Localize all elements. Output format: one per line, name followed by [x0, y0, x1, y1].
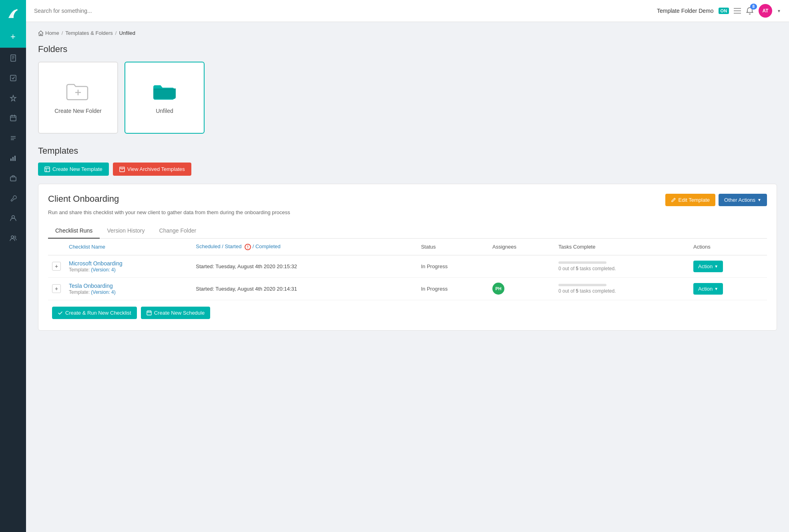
main-wrapper: Template Folder Demo ON 8 AT ▼ Home / Te… — [26, 0, 789, 532]
view-archived-label: View Archived Templates — [127, 166, 185, 172]
table-header-row: Checklist Name Scheduled / Started ! / C… — [48, 239, 767, 255]
sidebar-item-group[interactable] — [0, 228, 26, 248]
table-actions: Create & Run New Checklist Create New Sc… — [48, 300, 767, 321]
row-1-expand: + — [48, 255, 65, 277]
svg-rect-12 — [10, 159, 12, 161]
avatar-chevron[interactable]: ▼ — [777, 9, 781, 13]
folder-card-new-label: Create New Folder — [54, 108, 102, 114]
action-chevron-1: ▼ — [714, 264, 718, 269]
sidebar-item-person[interactable] — [0, 208, 26, 228]
sidebar-logo — [0, 0, 26, 26]
svg-rect-21 — [734, 13, 741, 14]
expand-button-2[interactable]: + — [52, 284, 61, 293]
row-1-tasks-text: 0 out of 5 tasks completed. — [558, 266, 616, 271]
breadcrumb: Home / Templates & Folders / Unfiled — [38, 30, 777, 36]
create-new-template-label: Create New Template — [52, 166, 102, 172]
col-expand — [48, 239, 65, 255]
expand-button-1[interactable]: + — [52, 262, 61, 271]
tab-change-folder[interactable]: Change Folder — [152, 223, 204, 239]
sidebar-item-star[interactable] — [0, 88, 26, 108]
create-new-template-button[interactable]: Create New Template — [38, 163, 109, 176]
action-button-2[interactable]: Action ▼ — [693, 283, 723, 295]
pencil-icon — [671, 197, 676, 203]
sidebar: + — [0, 0, 26, 532]
template-card-header: Client Onboarding Edit Template Other Ac… — [48, 194, 767, 206]
template-card-title-area: Client Onboarding — [48, 194, 119, 204]
sidebar-item-briefcase[interactable] — [0, 168, 26, 188]
col-status: Status — [417, 239, 488, 255]
row-2-version: Template: (Version: 4) — [69, 289, 116, 295]
breadcrumb-sep-1: / — [62, 30, 63, 36]
info-icon: ! — [245, 244, 251, 250]
edit-template-button[interactable]: Edit Template — [665, 194, 716, 206]
content-area: Home / Templates & Folders / Unfiled Fol… — [26, 22, 789, 532]
sidebar-item-wrench[interactable] — [0, 188, 26, 208]
row-2-name-link[interactable]: Tesla Onboarding — [69, 283, 188, 289]
create-schedule-label: Create New Schedule — [154, 310, 205, 316]
row-2-tasks: 0 out of 5 tasks completed. — [554, 277, 689, 300]
col-checklist-name: Checklist Name — [65, 239, 192, 255]
template-header-actions: Edit Template Other Actions ▼ — [665, 194, 767, 206]
calendar-icon-sm — [147, 310, 152, 315]
notification-badge: 8 — [750, 4, 757, 10]
row-2-progress-bar-bg — [558, 284, 606, 286]
row-2-name-cell: Tesla Onboarding Template: (Version: 4) — [65, 277, 192, 300]
topbar: Template Folder Demo ON 8 AT ▼ — [26, 0, 789, 22]
col-tasks: Tasks Complete — [554, 239, 689, 255]
breadcrumb-templates-label: Templates & Folders — [65, 30, 113, 36]
other-actions-button[interactable]: Other Actions ▼ — [719, 194, 767, 206]
breadcrumb-current: Unfiled — [119, 30, 135, 36]
tab-checklist-runs[interactable]: Checklist Runs — [48, 223, 100, 239]
badge-on: ON — [719, 8, 729, 14]
row-1-version-link[interactable]: (Version: 4) — [91, 267, 115, 273]
tab-version-history[interactable]: Version History — [100, 223, 152, 239]
check-icon — [58, 310, 63, 315]
row-1-status: In Progress — [417, 255, 488, 277]
action-label-2: Action — [698, 286, 713, 292]
folder-card-new[interactable]: Create New Folder — [38, 62, 118, 134]
action-label-1: Action — [698, 263, 713, 269]
svg-rect-4 — [10, 75, 16, 81]
svg-point-17 — [11, 236, 14, 238]
breadcrumb-templates[interactable]: Templates & Folders — [65, 30, 113, 36]
template-icon — [44, 167, 50, 172]
action-button-1[interactable]: Action ▼ — [693, 261, 723, 272]
svg-point-18 — [14, 236, 16, 238]
row-1-name-cell: Microsoft Onboarding Template: (Version:… — [65, 255, 192, 277]
row-2-expand: + — [48, 277, 65, 300]
sidebar-item-list[interactable] — [0, 128, 26, 148]
row-2-assignees: PH — [488, 277, 554, 300]
templates-title: Templates — [38, 146, 777, 156]
svg-rect-27 — [120, 168, 124, 172]
table-row: + Microsoft Onboarding Template: (Versio… — [48, 255, 767, 277]
row-1-actions: Action ▼ — [689, 255, 767, 277]
row-1-name-link[interactable]: Microsoft Onboarding — [69, 260, 188, 267]
other-actions-chevron: ▼ — [757, 198, 761, 202]
search-input[interactable] — [34, 8, 657, 14]
folder-card-unfiled[interactable]: Unfiled — [124, 62, 205, 134]
row-2-status: In Progress — [417, 277, 488, 300]
sidebar-item-calendar[interactable] — [0, 108, 26, 128]
user-avatar[interactable]: AT — [759, 4, 772, 18]
row-2-version-link[interactable]: (Version: 4) — [91, 289, 115, 295]
create-run-checklist-button[interactable]: Create & Run New Checklist — [52, 307, 137, 319]
action-chevron-2: ▼ — [714, 287, 718, 291]
sidebar-item-document[interactable] — [0, 48, 26, 68]
svg-rect-15 — [10, 177, 16, 181]
sidebar-item-check[interactable] — [0, 68, 26, 88]
row-1-dates: Started: Tuesday, August 4th 2020 20:15:… — [192, 255, 417, 277]
folders-section: Folders Create New Folder — [38, 44, 777, 134]
row-1-assignees — [488, 255, 554, 277]
breadcrumb-home[interactable]: Home — [38, 30, 59, 36]
create-schedule-button[interactable]: Create New Schedule — [141, 307, 210, 319]
topbar-right: Template Folder Demo ON 8 AT ▼ — [657, 4, 781, 18]
view-archived-templates-button[interactable]: View Archived Templates — [113, 163, 191, 176]
sidebar-item-chart[interactable] — [0, 148, 26, 168]
svg-rect-0 — [11, 55, 16, 61]
sidebar-item-add[interactable]: + — [0, 26, 26, 48]
toggle-icon[interactable] — [734, 8, 741, 14]
col-actions: Actions — [689, 239, 767, 255]
svg-rect-14 — [14, 156, 16, 161]
archive-icon — [119, 167, 125, 172]
breadcrumb-home-label: Home — [45, 30, 59, 36]
